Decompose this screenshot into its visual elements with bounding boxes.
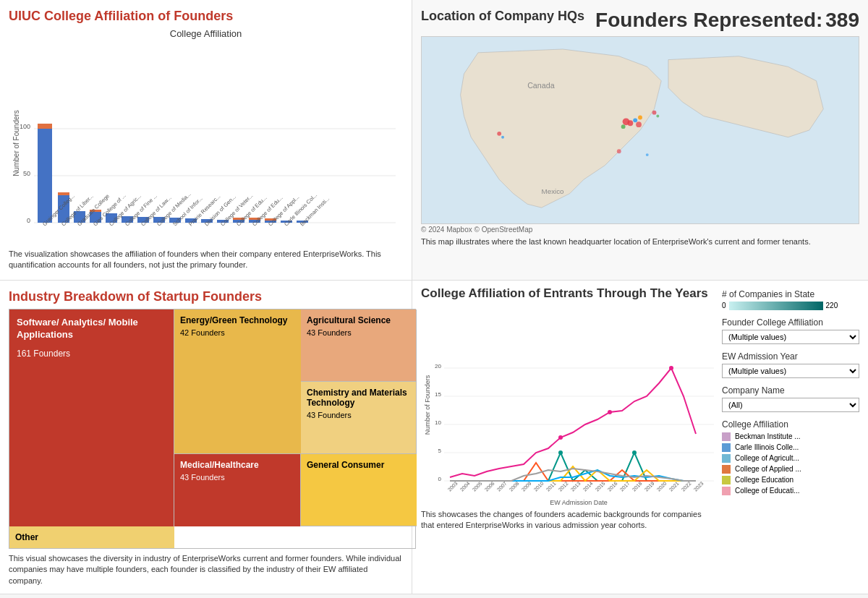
ew-year-select[interactable]: (Multiple values) bbox=[722, 364, 859, 378]
svg-text:2022: 2022 bbox=[681, 480, 692, 492]
svg-text:2020: 2020 bbox=[656, 480, 668, 492]
founders-represented: Founders Represented: 389 bbox=[595, 9, 859, 32]
color-scale: 0 220 bbox=[722, 302, 859, 310]
founders-label: Founders Represented: bbox=[595, 9, 822, 31]
affiliation-description: This showcases the changes of founders a… bbox=[421, 506, 716, 534]
svg-text:2007: 2007 bbox=[496, 480, 508, 492]
svg-text:20: 20 bbox=[435, 363, 441, 370]
general-cell: General Consumer bbox=[301, 454, 417, 526]
agri-count: 43 Founders bbox=[307, 328, 410, 337]
legend-item-2: Carle Illinois Colle... bbox=[722, 443, 859, 452]
medical-label: Medical/Healthcare bbox=[180, 460, 294, 470]
scale-min: 0 bbox=[722, 302, 726, 309]
svg-text:2015: 2015 bbox=[595, 480, 606, 492]
map-title: Location of Company HQs bbox=[421, 9, 584, 24]
legend-label-4: College of Applied ... bbox=[735, 465, 801, 473]
svg-point-61 bbox=[646, 153, 649, 156]
svg-text:Mexico: Mexico bbox=[542, 187, 564, 195]
company-name-label: Company Name bbox=[722, 385, 859, 396]
energy-label: Energy/Green Technology bbox=[180, 315, 295, 325]
svg-text:50: 50 bbox=[23, 170, 30, 177]
map-svg: Canada Mexico bbox=[422, 37, 859, 223]
svg-rect-10 bbox=[58, 192, 69, 195]
svg-point-97 bbox=[558, 435, 563, 440]
map-section: Location of Company HQs Founders Represe… bbox=[412, 0, 868, 280]
svg-text:EW Admission Date: EW Admission Date bbox=[550, 499, 608, 506]
svg-text:2011: 2011 bbox=[545, 480, 557, 492]
legend-label-3: College of Agricult... bbox=[735, 454, 799, 462]
svg-point-56 bbox=[497, 132, 501, 136]
energy-cell: Energy/Green Technology 42 Founders bbox=[174, 309, 301, 454]
legend-label-2: Carle Illinois Colle... bbox=[735, 443, 799, 451]
affiliation-section: College Affiliation of Entrants Through … bbox=[412, 280, 868, 594]
legend-label-1: Beckman Institute ... bbox=[735, 432, 801, 440]
svg-point-98 bbox=[669, 366, 673, 370]
svg-text:Canada: Canada bbox=[527, 81, 555, 90]
svg-text:2010: 2010 bbox=[533, 480, 545, 492]
svg-point-60 bbox=[617, 149, 621, 153]
energy-count: 42 Founders bbox=[180, 328, 295, 337]
industry-section: Industry Breakdown of Startup Founders S… bbox=[0, 280, 412, 594]
legend-dot-2 bbox=[722, 443, 731, 452]
svg-text:2018: 2018 bbox=[631, 480, 643, 492]
svg-point-59 bbox=[656, 115, 659, 118]
software-cell: Software/ Analytics/ Mobile Applications… bbox=[9, 309, 174, 526]
svg-point-58 bbox=[652, 111, 657, 115]
affiliation-main: College Affiliation of Entrants Through … bbox=[421, 286, 716, 588]
svg-point-55 bbox=[638, 116, 642, 120]
bar-chart-svg: Number of Founders 0 50 100 bbox=[9, 42, 399, 244]
svg-text:15: 15 bbox=[435, 391, 441, 398]
svg-rect-8 bbox=[38, 124, 52, 129]
legend-item-5: College Education bbox=[722, 476, 859, 484]
legend-dot-1 bbox=[722, 432, 731, 441]
college-affiliation-control: Founder College Affiliation (Multiple va… bbox=[722, 317, 859, 344]
svg-point-51 bbox=[627, 120, 633, 126]
svg-text:2003: 2003 bbox=[447, 480, 459, 492]
ew-year-control: EW Admission Year (Multiple values) bbox=[722, 351, 859, 378]
svg-point-57 bbox=[501, 136, 504, 139]
college-affiliation-select[interactable]: (Multiple values) bbox=[722, 330, 859, 344]
line-chart-area: Number of Founders 0 5 10 15 20 EW Admis… bbox=[421, 304, 710, 506]
chemistry-cell: Chemistry and Materials Technology 43 Fo… bbox=[301, 382, 417, 454]
affiliation-title: College Affiliation of Entrants Through … bbox=[421, 286, 716, 301]
legend-dot-6 bbox=[722, 487, 731, 495]
college-affiliation-label: Founder College Affiliation bbox=[722, 317, 859, 328]
bar-chart-container: Number of Founders 0 50 100 bbox=[9, 42, 399, 244]
svg-rect-7 bbox=[38, 129, 52, 223]
svg-text:2021: 2021 bbox=[668, 480, 680, 492]
map-header: Location of Company HQs Founders Represe… bbox=[421, 9, 859, 32]
medical-count: 43 Founders bbox=[180, 473, 294, 482]
svg-point-99 bbox=[608, 410, 612, 414]
company-name-select[interactable]: (All) bbox=[722, 398, 859, 412]
college-affiliation-title: UIUC College Affiliation of Founders bbox=[9, 9, 403, 24]
map-copyright: © 2024 Mapbox © OpenStreetMap bbox=[421, 226, 859, 234]
legend-item-3: College of Agricult... bbox=[722, 454, 859, 463]
map-area[interactable]: Canada Mexico bbox=[421, 36, 859, 224]
svg-text:2004: 2004 bbox=[459, 480, 471, 492]
software-label: Software/ Analytics/ Mobile Applications bbox=[17, 317, 166, 341]
general-label: General Consumer bbox=[307, 460, 411, 470]
industry-title: Industry Breakdown of Startup Founders bbox=[9, 289, 403, 304]
svg-point-52 bbox=[633, 118, 637, 122]
legend-item-1: Beckman Institute ... bbox=[722, 432, 859, 441]
svg-text:Number of Founders: Number of Founders bbox=[424, 375, 431, 435]
svg-text:2006: 2006 bbox=[484, 480, 495, 492]
ew-year-label: EW Admission Year bbox=[722, 351, 859, 362]
state-control: # of Companies in State 0 220 bbox=[722, 289, 859, 310]
chemistry-count: 43 Founders bbox=[307, 411, 410, 419]
svg-text:2008: 2008 bbox=[509, 480, 520, 492]
legend-title: College Affiliation bbox=[722, 419, 859, 430]
industry-description: This visual showcases the diversity in i… bbox=[9, 549, 403, 591]
svg-point-95 bbox=[558, 450, 563, 455]
svg-text:2016: 2016 bbox=[607, 480, 618, 492]
other-cell: Other bbox=[9, 526, 174, 548]
svg-point-96 bbox=[632, 450, 637, 455]
tableau-footer: ■ View on Tableau Public ↩ ↪ ↻ | ◫ ⬇ | ⇧… bbox=[0, 594, 868, 598]
svg-text:Number of Founders: Number of Founders bbox=[12, 110, 20, 176]
map-description: This map illustrates where the last know… bbox=[421, 234, 859, 250]
other-label: Other bbox=[15, 532, 169, 542]
svg-text:2009: 2009 bbox=[521, 480, 532, 492]
legend-dot-5 bbox=[722, 476, 731, 484]
svg-text:100: 100 bbox=[20, 123, 30, 130]
svg-point-53 bbox=[636, 121, 642, 127]
